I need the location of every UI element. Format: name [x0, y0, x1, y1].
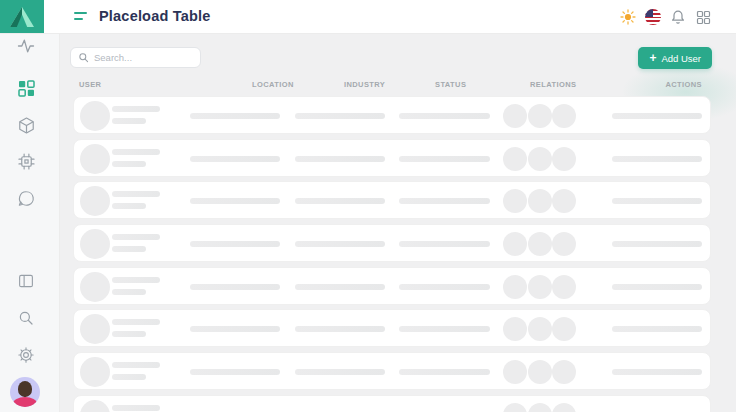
avatar-head: [18, 381, 32, 397]
skeleton-actions-bar: [612, 198, 702, 204]
skeleton-relation-circle: [503, 104, 527, 128]
skeleton-avatar: [80, 101, 110, 131]
table-row-skeleton: [73, 181, 711, 219]
search-box: [70, 47, 201, 68]
sun-theme-icon[interactable]: [620, 9, 636, 25]
skeleton-actions-bar: [612, 241, 702, 247]
skeleton-location-bar: [190, 369, 280, 375]
column-header-actions: ACTIONS: [665, 80, 702, 89]
skeleton-relation-circle: [528, 275, 552, 299]
menu-toggle-line: [74, 18, 83, 20]
add-user-label: Add User: [661, 53, 701, 64]
skeleton-user-name-bar: [112, 405, 160, 411]
skeleton-relation-circle: [552, 104, 576, 128]
menu-toggle-icon[interactable]: [74, 12, 88, 22]
skeleton-user-name-bar: [112, 149, 160, 155]
table-row-skeleton: [73, 224, 711, 262]
menu-toggle-line: [74, 12, 87, 14]
column-header-location: LOCATION: [252, 80, 294, 89]
skeleton-relation-circle: [503, 317, 527, 341]
skeleton-relation-circle: [552, 403, 576, 412]
chat-bubble-icon[interactable]: [14, 186, 38, 210]
skeleton-user-name-bar: [112, 191, 160, 197]
bell-notifications-icon[interactable]: [670, 9, 686, 25]
skeleton-location-bar: [190, 326, 280, 332]
skeleton-avatar: [80, 357, 110, 387]
apps-grid-icon[interactable]: [695, 9, 711, 25]
us-flag-icon: [645, 9, 661, 25]
skeleton-relation-circle: [503, 189, 527, 213]
skeleton-relation-circle: [528, 189, 552, 213]
skeleton-user-name-bar: [112, 319, 160, 325]
skeleton-industry-bar: [295, 156, 385, 162]
search-icon: [78, 52, 89, 63]
header-actions: [620, 0, 711, 34]
skeleton-status-bar: [399, 241, 490, 247]
skeleton-avatar: [80, 229, 110, 259]
skeleton-relation-circle: [528, 360, 552, 384]
skeleton-relation-circle: [552, 317, 576, 341]
skeleton-actions-bar: [612, 156, 702, 162]
main-content: + Add User USER LOCATION INDUSTRY STATUS…: [60, 34, 736, 412]
activity-icon[interactable]: [14, 34, 38, 58]
skeleton-user-name-bar: [112, 362, 160, 368]
skeleton-avatar: [80, 314, 110, 344]
column-header-industry: INDUSTRY: [344, 80, 385, 89]
skeleton-industry-bar: [295, 369, 385, 375]
skeleton-user-subtitle-bar: [112, 246, 146, 252]
skeleton-relation-circle: [528, 403, 552, 412]
skeleton-avatar: [80, 186, 110, 216]
skeleton-location-bar: [190, 284, 280, 290]
skeleton-relation-circle: [528, 104, 552, 128]
us-flag-language-icon[interactable]: [645, 9, 661, 25]
skeleton-avatar: [80, 272, 110, 302]
skeleton-relation-circle: [528, 317, 552, 341]
skeleton-avatar: [80, 144, 110, 174]
column-header-relations: RELATIONS: [530, 80, 576, 89]
table-row-skeleton: [73, 96, 711, 134]
search-input[interactable]: [94, 52, 193, 63]
skeleton-relation-circle: [528, 147, 552, 171]
skeleton-location-bar: [190, 156, 280, 162]
skeleton-location-bar: [190, 241, 280, 247]
skeleton-user-subtitle-bar: [112, 118, 146, 124]
skeleton-status-bar: [399, 156, 490, 162]
skeleton-user-subtitle-bar: [112, 331, 146, 337]
skeleton-relation-circle: [552, 275, 576, 299]
skeleton-user-subtitle-bar: [112, 203, 146, 209]
table-body: [73, 96, 711, 412]
table-row-skeleton: [73, 267, 711, 305]
skeleton-industry-bar: [295, 113, 385, 119]
skeleton-status-bar: [399, 113, 490, 119]
avatar-shirt: [13, 397, 37, 407]
dashboard-grid-icon[interactable]: [14, 76, 38, 100]
skeleton-location-bar: [190, 198, 280, 204]
table-row-skeleton: [73, 309, 711, 347]
user-avatar[interactable]: [10, 377, 40, 407]
skeleton-actions-bar: [612, 113, 702, 119]
skeleton-user-subtitle-bar: [112, 289, 146, 295]
cube-icon[interactable]: [14, 113, 38, 137]
gear-icon[interactable]: [14, 343, 38, 367]
skeleton-user-name-bar: [112, 277, 160, 283]
panels-icon[interactable]: [14, 269, 38, 293]
skeleton-relation-circle: [503, 232, 527, 256]
skeleton-relation-circle: [552, 147, 576, 171]
skeleton-status-bar: [399, 198, 490, 204]
skeleton-relation-circle: [552, 360, 576, 384]
plus-icon: +: [649, 52, 656, 64]
search-icon[interactable]: [14, 306, 38, 330]
column-header-user: USER: [79, 80, 101, 89]
table-row-skeleton: [73, 352, 711, 390]
skeleton-relation-circle: [552, 232, 576, 256]
table-row-skeleton: [73, 139, 711, 177]
sidebar: [0, 34, 60, 412]
skeleton-user-subtitle-bar: [112, 161, 146, 167]
skeleton-relation-circle: [503, 275, 527, 299]
skeleton-avatar: [80, 400, 110, 412]
add-user-button[interactable]: + Add User: [638, 47, 712, 69]
app-logo[interactable]: [0, 0, 44, 33]
skeleton-industry-bar: [295, 326, 385, 332]
skeleton-relation-circle: [503, 360, 527, 384]
chip-icon[interactable]: [14, 149, 38, 173]
